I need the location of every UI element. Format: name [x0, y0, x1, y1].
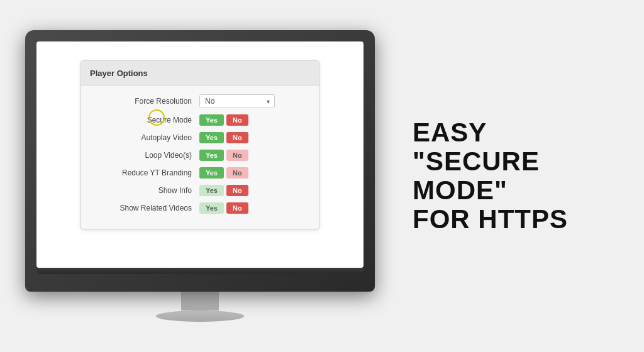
option-row-secure-mode: Secure Mode Yes No — [91, 114, 309, 126]
panel-title: Player Options — [90, 69, 148, 78]
loop-no-button[interactable]: No — [226, 150, 248, 161]
show-related-label: Show Related Videos — [91, 204, 192, 212]
option-row-autoplay: Autoplay Video Yes No — [91, 132, 309, 143]
option-row-reduce-branding: Reduce YT Branding Yes No — [91, 167, 309, 179]
autoplay-no-button[interactable]: No — [226, 132, 248, 143]
show-related-no-button[interactable]: No — [226, 202, 248, 214]
force-resolution-select-wrapper: No 720p 1080p 480p 360p — [199, 94, 275, 108]
reduce-branding-buttons: Yes No — [199, 167, 248, 179]
reduce-branding-no-button[interactable]: No — [226, 167, 248, 179]
headline-line2: FOR HTTPS — [413, 205, 619, 234]
reduce-branding-label: Reduce YT Branding — [91, 168, 192, 177]
show-related-yes-button[interactable]: Yes — [199, 202, 224, 214]
scene: Player Options Force Resolution No 720p … — [0, 0, 644, 352]
panel-header: Player Options — [81, 61, 319, 85]
loop-buttons: Yes No — [199, 150, 248, 161]
show-info-label: Show Info — [91, 186, 192, 195]
autoplay-yes-button[interactable]: Yes — [199, 132, 224, 143]
headline-line1: EASY "SECURE MODE" — [413, 118, 619, 206]
option-row-show-info: Show Info Yes No — [91, 185, 309, 196]
option-row-show-related: Show Related Videos Yes No — [91, 202, 309, 214]
monitor-bezel: Player Options Force Resolution No 720p … — [25, 30, 375, 292]
monitor-screen: Player Options Force Resolution No 720p … — [36, 41, 364, 268]
show-related-buttons: Yes No — [199, 202, 248, 214]
monitor-stand-base — [156, 311, 244, 322]
show-info-buttons: Yes No — [199, 185, 248, 196]
monitor-stand-neck — [181, 292, 219, 311]
option-row-force-resolution: Force Resolution No 720p 1080p 480p 360p — [91, 94, 309, 108]
panel-body: Force Resolution No 720p 1080p 480p 360p — [81, 85, 319, 229]
secure-mode-no-button[interactable]: No — [226, 114, 248, 126]
monitor: Player Options Force Resolution No 720p … — [25, 30, 375, 322]
show-info-no-button[interactable]: No — [226, 185, 248, 196]
show-info-yes-button[interactable]: Yes — [199, 185, 224, 196]
option-row-loop: Loop Video(s) Yes No — [91, 150, 309, 161]
autoplay-buttons: Yes No — [199, 132, 248, 143]
force-resolution-select[interactable]: No 720p 1080p 480p 360p — [199, 94, 275, 108]
secure-mode-label: Secure Mode — [91, 116, 192, 124]
secure-mode-buttons: Yes No — [199, 114, 248, 126]
headline: EASY "SECURE MODE" FOR HTTPS — [413, 118, 619, 234]
right-text-section: EASY "SECURE MODE" FOR HTTPS — [400, 118, 619, 234]
player-options-panel: Player Options Force Resolution No 720p … — [80, 60, 319, 229]
loop-yes-button[interactable]: Yes — [199, 150, 224, 161]
monitor-chin — [36, 268, 364, 274]
autoplay-label: Autoplay Video — [91, 133, 192, 142]
force-resolution-label: Force Resolution — [91, 97, 192, 106]
loop-label: Loop Video(s) — [91, 151, 192, 160]
reduce-branding-yes-button[interactable]: Yes — [199, 167, 224, 179]
secure-mode-yes-button[interactable]: Yes — [199, 114, 224, 126]
